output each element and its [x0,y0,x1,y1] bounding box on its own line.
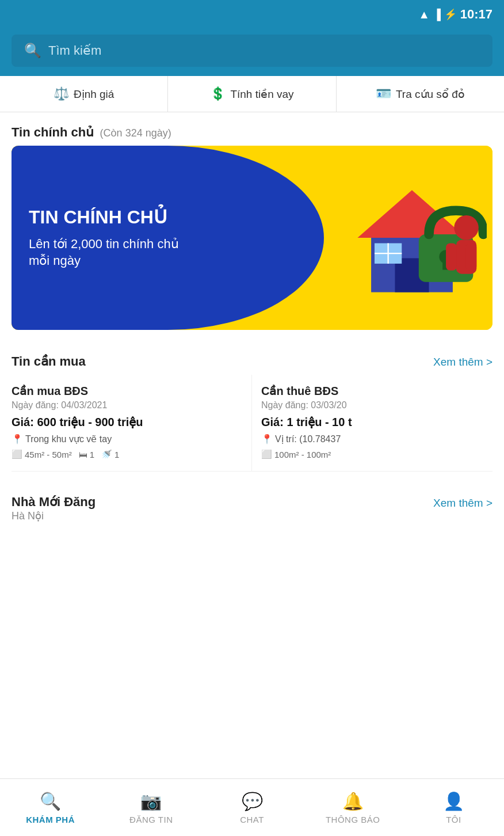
nha-moi-dang-title: Nhà Mới Đăng [12,495,96,510]
search-wrapper[interactable]: 🔍 [12,35,492,67]
listing-location-2: 📍 Vị trí: (10.78437 [261,434,487,444]
nha-moi-dang-header: Nhà Mới Đăng Hà Nội Xem thêm > [0,495,504,522]
toi-icon: 👤 [443,791,464,811]
nha-moi-dang-subtitle: Hà Nội [12,510,96,522]
chat-icon: 💬 [242,791,263,811]
location-pin-icon-1: 📍 [12,434,23,444]
listing-grid: Cần mua BĐS Ngày đăng: 04/03/2021 Giá: 6… [12,375,492,472]
listing-price-2: Giá: 1 triệu - 10 t [261,415,487,429]
search-input[interactable] [48,43,480,58]
banner-container[interactable]: TIN CHÍNH CHỦ Lên tới 2,000 tin chính ch… [12,146,492,330]
tin-chinh-chu-title: Tin chính chủ [12,125,94,139]
nav-item-chat[interactable]: 💬 CHAT [201,785,302,830]
listing-price-1: Giá: 600 triệu - 900 triệu [12,415,240,429]
battery-icon: ⚡ [444,8,457,21]
banner-text-group: TIN CHÍNH CHỦ Lên tới 2,000 tin chính ch… [29,206,190,269]
banner-subtitle: Lên tới 2,000 tin chính chủ mỗi ngày [29,237,190,269]
tin-chinh-chu-subtitle: (Còn 324 ngày) [100,127,171,139]
listing-date-1: Ngày đăng: 04/03/2021 [12,400,240,411]
listing-card-1[interactable]: Cần mua BĐS Ngày đăng: 04/03/2021 Giá: 6… [12,375,252,472]
scale-icon: ⚖️ [54,86,69,101]
toi-label: TÔI [446,815,461,824]
listing-card-2[interactable]: Cần thuê BĐS Ngày đăng: 03/03/20 Giá: 1 … [252,375,492,472]
kham-pha-icon: 🔍 [40,791,61,811]
thong-bao-label: THÔNG BÁO [326,815,380,824]
nav-item-kham-pha[interactable]: 🔍 KHÁM PHÁ [0,785,101,830]
bed-icon-1: 🛏 [79,450,87,459]
tin-chinh-chu-title-group: Tin chính chủ (Còn 324 ngày) [12,125,171,140]
area-icon-2: ⬜ [261,449,272,459]
tra-cuu-so-do-label: Tra cứu sổ đỏ [396,88,465,101]
area-meta-2: ⬜ 100m² - 100m² [261,449,331,459]
listing-location-1: 📍 Trong khu vực vẽ tay [12,434,240,444]
status-icons: ▲ ▐ ⚡ 10:17 [418,7,492,22]
signal-icon: ▐ [433,9,441,21]
bath-meta-1: 🚿 1 [101,449,119,459]
house-illustration [337,163,487,313]
nav-item-toi[interactable]: 👤 TÔI [403,785,504,830]
quick-link-tinh-tien-vay[interactable]: 💲 Tính tiền vay [168,76,336,112]
dang-tin-label: ĐĂNG TIN [129,815,173,824]
card-icon: 🪪 [376,86,391,101]
area-icon-1: ⬜ [12,449,22,459]
svg-point-9 [454,215,479,240]
location-pin-icon-2: 📍 [261,434,273,444]
tinh-tien-vay-label: Tính tiền vay [230,88,293,101]
dinh-gia-label: Định giá [74,88,114,101]
listing-type-1: Cần mua BĐS [12,384,240,398]
status-bar: ▲ ▐ ⚡ 10:17 [0,0,504,29]
nha-moi-dang-text: Nhà Mới Đăng Hà Nội [12,495,96,522]
area-meta-1: ⬜ 45m² - 50m² [12,449,72,459]
quick-links-bar: ⚖️ Định giá 💲 Tính tiền vay 🪪 Tra cứu sổ… [0,76,504,112]
nha-moi-dang-xem-them[interactable]: Xem thêm > [433,497,492,510]
tin-can-mua-header: Tin cần mua Xem thêm > [0,341,504,375]
bottom-nav: 🔍 KHÁM PHÁ 📷 ĐĂNG TIN 💬 CHAT 🔔 THÔNG BÁO… [0,778,504,836]
listing-section: Cần mua BĐS Ngày đăng: 04/03/2021 Giá: 6… [0,375,504,472]
quick-link-tra-cuu-so-do[interactable]: 🪪 Tra cứu sổ đỏ [337,76,504,112]
wifi-icon: ▲ [418,8,430,21]
tin-can-mua-title: Tin cần mua [12,354,86,369]
bed-meta-1: 🛏 1 [79,450,94,459]
tin-can-mua-xem-them[interactable]: Xem thêm > [433,356,492,368]
quick-link-dinh-gia[interactable]: ⚖️ Định giá [0,76,168,112]
svg-rect-12 [465,243,476,270]
bath-icon-1: 🚿 [101,449,112,459]
chat-label: CHAT [240,815,264,824]
dollar-icon: 💲 [210,86,226,101]
banner-title: TIN CHÍNH CHỦ [29,206,190,228]
tin-chinh-chu-header: Tin chính chủ (Còn 324 ngày) [0,112,504,146]
dang-tin-icon: 📷 [140,791,162,811]
svg-rect-11 [446,243,457,270]
listing-meta-1: ⬜ 45m² - 50m² 🛏 1 🚿 1 [12,449,240,459]
search-icon: 🔍 [24,43,41,59]
nav-item-dang-tin[interactable]: 📷 ĐĂNG TIN [101,785,201,830]
listing-date-2: Ngày đăng: 03/03/20 [261,400,487,411]
search-bar-container: 🔍 [0,29,504,76]
status-time: 10:17 [460,7,492,22]
nav-item-thong-bao[interactable]: 🔔 THÔNG BÁO [303,785,403,830]
listing-type-2: Cần thuê BĐS [261,384,487,398]
listing-meta-2: ⬜ 100m² - 100m² [261,449,487,459]
kham-pha-label: KHÁM PHÁ [26,815,75,824]
thong-bao-icon: 🔔 [342,791,364,811]
